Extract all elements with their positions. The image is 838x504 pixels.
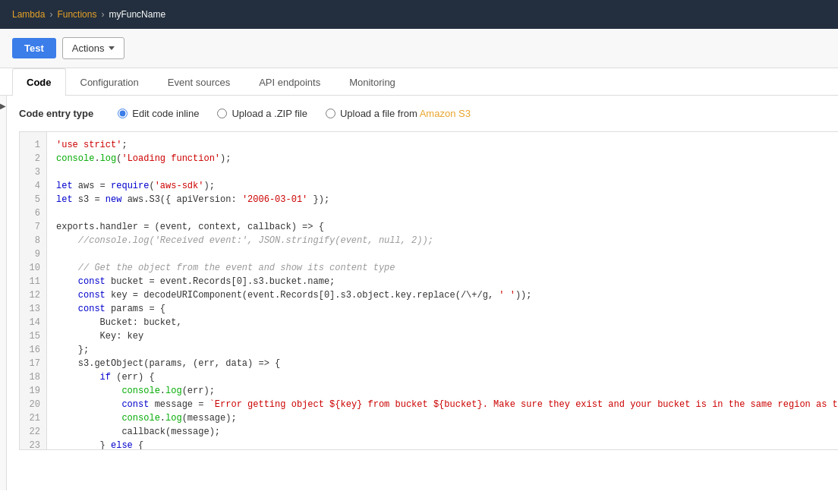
- radio-s3-input[interactable]: [326, 109, 336, 118]
- chevron-down-icon: [109, 46, 115, 50]
- breadcrumb-functions[interactable]: Functions: [57, 9, 96, 20]
- radio-inline[interactable]: Edit code inline: [118, 108, 199, 119]
- tab-bar: Code Configuration Event sources API end…: [0, 68, 838, 96]
- radio-inline-input[interactable]: [118, 109, 128, 118]
- tab-api-endpoints[interactable]: API endpoints: [244, 68, 335, 96]
- code-text[interactable]: 'use strict'; console.log('Loading funct…: [47, 132, 838, 449]
- tab-configuration[interactable]: Configuration: [66, 68, 153, 96]
- breadcrumb-funcname: myFuncName: [109, 9, 165, 20]
- breadcrumb: Lambda › Functions › myFuncName: [12, 9, 165, 20]
- radio-inline-label: Edit code inline: [132, 108, 199, 119]
- actions-button[interactable]: Actions: [62, 37, 125, 59]
- code-entry-type-row: Code entry type Edit code inline Upload …: [19, 108, 838, 119]
- tab-event-sources[interactable]: Event sources: [153, 68, 244, 96]
- radio-s3[interactable]: Upload a file from Amazon S3: [326, 108, 471, 119]
- test-button[interactable]: Test: [12, 38, 56, 58]
- code-entry-label: Code entry type: [19, 108, 93, 119]
- code-editor-area: 12345 678910 1112131415 1617181920 21222…: [19, 131, 838, 450]
- line-numbers: 12345 678910 1112131415 1617181920 21222…: [20, 132, 47, 449]
- tab-code[interactable]: Code: [12, 68, 66, 96]
- tab-monitoring[interactable]: Monitoring: [335, 68, 410, 96]
- breadcrumb-sep2: ›: [101, 9, 104, 20]
- radio-zip[interactable]: Upload a .ZIP file: [217, 108, 307, 119]
- breadcrumb-sep1: ›: [49, 9, 52, 20]
- radio-zip-input[interactable]: [217, 109, 227, 118]
- breadcrumb-lambda[interactable]: Lambda: [12, 9, 45, 20]
- radio-zip-label: Upload a .ZIP file: [232, 108, 307, 119]
- collapse-button[interactable]: ▶: [0, 96, 7, 490]
- actions-label: Actions: [72, 43, 105, 54]
- amazon-s3-link[interactable]: Amazon S3: [420, 108, 471, 119]
- code-editor[interactable]: 12345 678910 1112131415 1617181920 21222…: [19, 131, 838, 450]
- radio-s3-label: Upload a file from Amazon S3: [340, 108, 471, 119]
- action-bar: Test Actions: [0, 29, 838, 68]
